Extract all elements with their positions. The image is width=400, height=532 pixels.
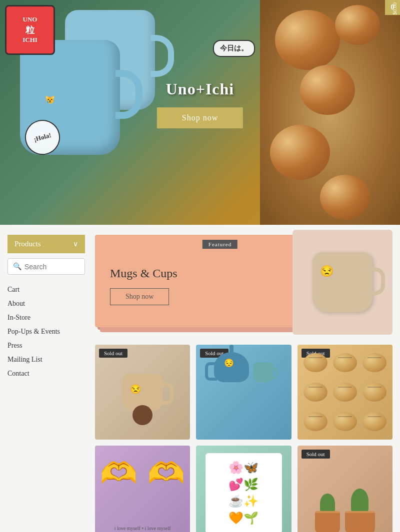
sticker-emojis: 🌸🦋💕🌿☕✨🧡🌱 xyxy=(228,460,258,527)
cookie-decoration xyxy=(132,405,152,427)
sidebar-item-press[interactable]: Press xyxy=(8,339,85,353)
heart-sticker-2: 🫶 xyxy=(148,456,185,491)
plant-leaves-2 xyxy=(351,489,368,514)
sold-out-badge-6: Sold out xyxy=(302,450,330,459)
chevron-down-icon: ∨ xyxy=(73,240,78,248)
pot-1 xyxy=(315,494,340,532)
products-label: Products xyxy=(14,240,41,248)
site-logo[interactable]: UNO 粒 ICHI xyxy=(5,5,55,55)
onion-2 xyxy=(300,65,355,115)
sold-out-badge-1: Sold out xyxy=(99,349,128,358)
bubble-japanese: 今日は。 xyxy=(213,40,255,57)
hero-section: 😿 ¡Hola! 今日は。 UNO 粒 ICHI 0 $0.00 Uno+Ich… xyxy=(0,0,400,225)
pot-body-1 xyxy=(315,511,340,532)
bread-7 xyxy=(304,412,328,431)
search-box: 🔍 xyxy=(8,258,85,275)
search-icon: 🔍 xyxy=(13,262,22,271)
product-item-3[interactable]: Sold out xyxy=(298,345,392,440)
main-layout: Products ∨ 🔍 Cart About In-Store Pop-Ups… xyxy=(0,225,400,532)
logo-kanji: 粒 xyxy=(26,24,34,36)
featured-image-card[interactable]: 😒 xyxy=(292,230,392,335)
teapot-face: 😔 xyxy=(224,358,234,368)
product-item-2[interactable]: Sold out 😔 xyxy=(196,345,291,440)
logo-line1: UNO xyxy=(23,15,38,24)
products-area: Featured Mugs & Cups Shop now 😒 Sold out xyxy=(95,235,392,532)
bread-8 xyxy=(333,412,357,431)
heart-sticker-1: 🫶 xyxy=(100,456,138,491)
pot-body-2 xyxy=(345,511,375,532)
hero-title: Uno+Ichi xyxy=(166,80,234,98)
sticker-text: i love myself • i love myself xyxy=(114,526,171,531)
sidebar-item-mailing[interactable]: Mailing List xyxy=(8,353,85,367)
hero-shop-now-button[interactable]: Shop now xyxy=(157,107,243,128)
sidebar-nav: Cart About In-Store Pop-Ups & Events Pre… xyxy=(8,283,85,381)
sticker-sheet: 🌸🦋💕🌿☕✨🧡🌱 xyxy=(206,453,282,532)
product-item-5[interactable]: 🌸🦋💕🌿☕✨🧡🌱 xyxy=(196,446,291,532)
featured-shop-now-button[interactable]: Shop now xyxy=(110,288,169,305)
product-item-6[interactable]: Sold out xyxy=(298,446,392,532)
sidebar-item-contact[interactable]: Contact xyxy=(8,367,85,381)
products-dropdown[interactable]: Products ∨ xyxy=(8,235,85,253)
product-item-1[interactable]: Sold out 😒 xyxy=(95,345,190,440)
onion-1 xyxy=(275,10,340,70)
sidebar-item-popups[interactable]: Pop-Ups & Events xyxy=(8,325,85,339)
teapot-illustration: 😔 xyxy=(214,352,249,382)
onion-4 xyxy=(320,175,370,220)
onion-5 xyxy=(335,5,380,45)
bread-4 xyxy=(304,383,328,402)
hero-mug-face: 😿 xyxy=(45,95,85,125)
product-grid: Sold out 😒 Sold out 😔 xyxy=(95,345,392,532)
bread-5 xyxy=(333,383,357,402)
bread-3 xyxy=(362,353,386,372)
mug-face-1: 😒 xyxy=(130,384,141,395)
bread-6 xyxy=(362,383,386,402)
cart-price: $0.00 xyxy=(392,2,398,15)
bread-2 xyxy=(333,353,357,372)
pot-2 xyxy=(345,489,375,532)
small-mug-illustration xyxy=(253,362,273,382)
sidebar-item-cart[interactable]: Cart xyxy=(8,283,85,297)
featured-banner: Featured Mugs & Cups Shop now 😒 xyxy=(95,235,392,335)
bread-rolls-grid xyxy=(298,345,392,440)
onion-3 xyxy=(270,125,330,180)
bread-9 xyxy=(362,412,386,431)
bread-1 xyxy=(304,353,328,372)
featured-badge: Featured xyxy=(202,240,238,249)
hero-onion-area xyxy=(260,0,400,225)
sticker-sheet-container: 🌸🦋💕🌿☕✨🧡🌱 xyxy=(196,446,291,532)
sidebar: Products ∨ 🔍 Cart About In-Store Pop-Ups… xyxy=(8,235,85,532)
product-item-4[interactable]: 🫶 🫶 i love myself • i love myself xyxy=(95,446,190,532)
logo-line2: ICHI xyxy=(22,36,38,44)
featured-mug-illustration: 😒 xyxy=(312,252,372,312)
mug-face-emoji: 😒 xyxy=(320,265,334,278)
heart-stickers-layout: 🫶 🫶 xyxy=(95,446,190,501)
sidebar-item-instore[interactable]: In-Store xyxy=(8,311,85,325)
plant-pots-layout xyxy=(298,446,392,532)
search-input[interactable] xyxy=(24,263,80,271)
sidebar-item-about[interactable]: About xyxy=(8,297,85,311)
plant-leaves-1 xyxy=(320,494,335,514)
